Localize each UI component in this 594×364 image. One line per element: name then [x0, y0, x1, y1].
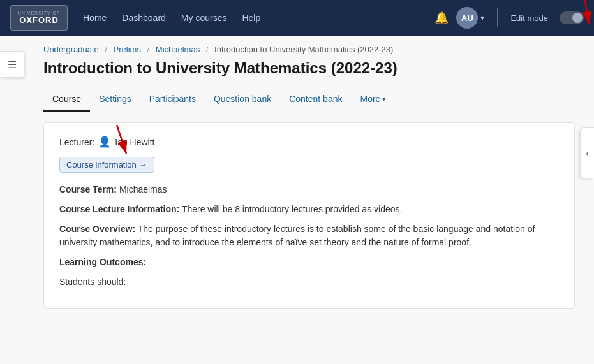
tab-participants[interactable]: Participants: [140, 87, 205, 112]
learning-outcomes-label: Learning Outcomes:: [59, 257, 146, 267]
lecturer-name: Ian Hewitt: [115, 137, 154, 147]
course-content-card: Lecturer: 👤 Ian Hewitt Course informatio…: [43, 122, 575, 309]
navbar: UNIVERSITY OF OXFORD Home Dashboard My c…: [0, 0, 594, 36]
breadcrumb-current: Introduction to University Mathematics (…: [214, 45, 393, 54]
logo[interactable]: UNIVERSITY OF OXFORD: [10, 5, 68, 31]
avatar-chevron: ▾: [480, 13, 484, 22]
tab-more[interactable]: More ▾: [351, 87, 395, 112]
chevron-left-icon: ‹: [586, 148, 589, 158]
course-info-label: Course information: [66, 160, 137, 170]
nav-dashboard[interactable]: Dashboard: [122, 13, 166, 23]
svg-line-1: [584, 0, 589, 24]
breadcrumb-sep-1: /: [105, 45, 107, 54]
page-title: Introduction to University Mathematics (…: [43, 59, 575, 77]
tab-content-bank[interactable]: Content bank: [280, 87, 351, 112]
lecturer-label: Lecturer:: [59, 137, 94, 147]
course-info-wrapper: Course information →: [59, 157, 154, 183]
tab-settings[interactable]: Settings: [90, 87, 140, 112]
course-info-arrow-icon: →: [139, 160, 147, 170]
nav-divider: [497, 8, 498, 27]
breadcrumb: Undergraduate / Prelims / Michaelmas / I…: [43, 36, 575, 59]
course-lecture-info: Course Lecture Information: There will b…: [59, 203, 559, 216]
course-lecture-label: Course Lecture Information:: [59, 204, 179, 214]
course-term-label: Course Term:: [59, 184, 117, 194]
edit-mode-toggle[interactable]: [560, 11, 584, 24]
course-term-value: Michaelmas: [119, 184, 167, 194]
tab-course[interactable]: Course: [43, 87, 90, 112]
breadcrumb-michaelmas[interactable]: Michaelmas: [156, 45, 200, 54]
right-sidebar-toggle[interactable]: ‹: [580, 127, 594, 178]
course-tabs: Course Settings Participants Question ba…: [43, 87, 575, 112]
notifications-icon[interactable]: 🔔: [434, 11, 449, 25]
nav-help[interactable]: Help: [242, 13, 260, 23]
edit-mode-label: Edit mode: [510, 13, 548, 23]
logo-text-top: UNIVERSITY OF: [18, 11, 61, 15]
tab-more-label: More: [360, 94, 380, 104]
hamburger-icon: ☰: [8, 59, 17, 71]
nav-home[interactable]: Home: [83, 13, 107, 23]
learning-outcomes: Learning Outcomes:: [59, 256, 559, 269]
tab-more-chevron: ▾: [382, 95, 386, 103]
main-content: Undergraduate / Prelims / Michaelmas / I…: [24, 36, 594, 309]
breadcrumb-prelims[interactable]: Prelims: [114, 45, 141, 54]
logo-text-main: OXFORD: [19, 15, 59, 25]
course-overview: Course Overview: The purpose of these in…: [59, 222, 559, 249]
person-icon: 👤: [98, 136, 111, 148]
learning-outcomes-sub-text: Students should:: [59, 277, 126, 287]
breadcrumb-undergraduate[interactable]: Undergraduate: [43, 45, 99, 54]
course-info-button[interactable]: Course information →: [59, 157, 154, 173]
course-overview-label: Course Overview:: [59, 224, 135, 234]
navbar-right: 🔔 AU ▾ Edit mode: [434, 7, 584, 29]
course-term: Course Term: Michaelmas: [59, 183, 559, 196]
tab-question-bank[interactable]: Question bank: [205, 87, 280, 112]
course-lecture-value: There will be 8 introductory lectures pr…: [182, 204, 403, 214]
user-menu[interactable]: AU ▾: [456, 7, 484, 29]
learning-outcomes-sub: Students should:: [59, 275, 559, 289]
lecturer-row: Lecturer: 👤 Ian Hewitt: [59, 136, 559, 148]
main-nav: Home Dashboard My courses Help: [83, 13, 434, 23]
sidebar-toggle[interactable]: ☰: [0, 51, 24, 78]
breadcrumb-sep-2: /: [147, 45, 150, 54]
breadcrumb-sep-3: /: [206, 45, 209, 54]
nav-my-courses[interactable]: My courses: [181, 13, 227, 23]
avatar[interactable]: AU: [456, 7, 478, 29]
